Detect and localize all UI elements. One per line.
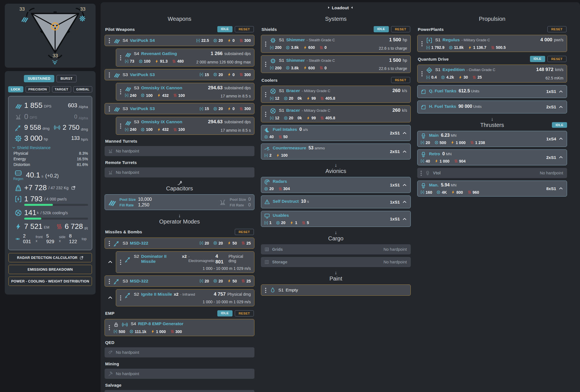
component-bracer[interactable]: S1Bracer- Military Grade C260k/s12200k99… [261, 86, 411, 103]
tab-burst[interactable]: BURST [57, 75, 76, 82]
tab-lock[interactable]: LOCK [8, 86, 23, 92]
collapse-button[interactable] [105, 259, 116, 265]
hardpoint-varipuck-s3[interactable]: S3VariPuck S315200300 [105, 69, 254, 80]
drag-handle-icon[interactable] [265, 288, 266, 289]
component-regulus[interactable]: S1Regulus- Military Grade C4 000pwr/s1 7… [417, 35, 567, 52]
collapse-button[interactable] [402, 149, 407, 154]
hardpoint-varipuck-s3[interactable]: S3VariPuck S315200300 [105, 103, 254, 114]
component-ignite-ii-missile[interactable]: S2Ignite II Missilex2- Infrared4 757Phys… [116, 289, 254, 306]
idle-button[interactable]: IDLE [530, 56, 545, 62]
stat-value: 20 [218, 106, 223, 111]
collapse-button[interactable] [558, 186, 563, 191]
group-countermeasure[interactable]: Countermeasure53ammo21002xS1 [261, 143, 411, 159]
external-link-icon[interactable] [71, 186, 76, 190]
drag-handle-icon[interactable] [265, 62, 266, 63]
idle-button[interactable]: IDLE [374, 26, 389, 32]
component-dominator-ii-missile[interactable]: S2Dominator II Missilex2- Electromagneti… [116, 251, 254, 273]
hardpoint-msd-322[interactable]: S3MSD-32220205025 [105, 275, 254, 287]
drag-handle-icon[interactable] [421, 71, 423, 72]
group-h-fuel-tanks[interactable]: H. Fuel Tanks90 000Units2xS1 [417, 101, 567, 113]
weapon-capacitors[interactable]: Pool Size10,000Fill Rate1,250Pool Size0F… [105, 194, 254, 210]
group-usables[interactable]: Usables120151xS1 [261, 211, 411, 227]
collapse-button[interactable] [105, 295, 116, 300]
collapse-button[interactable] [402, 131, 407, 136]
tab-target[interactable]: TARGET [52, 86, 71, 92]
group-size-box: 2xS1 [546, 104, 563, 110]
component-revenant-gatling[interactable]: S4Revenant Gatling1 266substained dps731… [116, 49, 254, 67]
collapse-button[interactable] [558, 89, 563, 94]
reset-button[interactable]: RESET [547, 56, 567, 62]
hardpoint-varipuck-s4[interactable]: S4VariPuck S422.5200300 [105, 35, 254, 46]
bolt-icon [157, 93, 161, 97]
tab-substained[interactable]: SUBSTAINED [24, 75, 54, 82]
component-rep-8-emp-generator[interactable]: S4REP-8 EMP Generator500111.1k1 000300 [105, 319, 254, 336]
drag-handle-icon[interactable] [120, 55, 121, 56]
stat-power: 240 [125, 127, 136, 132]
reset-button[interactable]: RESET [235, 26, 254, 32]
drag-handle-icon[interactable] [109, 279, 110, 280]
group-fuel-intakes[interactable]: Fuel Intakes0u/s40502xS1 [261, 125, 411, 141]
resistance-label: Energy [13, 157, 26, 161]
gear-icon[interactable] [79, 15, 86, 22]
component-bracer[interactable]: S1Bracer- Military Grade C260k/s12200k99… [261, 105, 411, 122]
drag-handle-icon[interactable] [109, 72, 110, 74]
drag-handle-icon[interactable] [120, 295, 121, 297]
group-retro[interactable]: Retro0MN401 0009042xS1 [417, 149, 567, 165]
reset-button[interactable]: RESET [547, 26, 567, 32]
reset-button[interactable]: RESET [391, 26, 410, 32]
component-shimmer[interactable]: S1Shimmer- Stealth Grade C1 500hp2003.8k… [261, 55, 411, 73]
heat-icon [239, 38, 243, 43]
power-cooling-weight-button[interactable]: POWER - COOLING - WEIGHT DISTRIBUTION [8, 277, 92, 286]
reset-button[interactable]: RESET [235, 310, 254, 316]
resistance-value: 16.5% [77, 157, 88, 161]
group-main[interactable]: Main6.23MN205001 0001 2381xS4 [417, 131, 567, 147]
radar-detection-calculator-button[interactable]: RADAR DETECTION CALCULATOR [8, 253, 92, 262]
collapse-button[interactable] [558, 104, 563, 110]
stat-value: 160 [426, 190, 432, 195]
drag-handle-icon[interactable] [120, 89, 121, 90]
power-icon [426, 75, 430, 79]
drag-handle-icon[interactable] [421, 171, 422, 172]
chevron-up-icon [402, 149, 407, 154]
collapse-button[interactable] [402, 199, 407, 204]
drag-handle-icon[interactable] [421, 41, 423, 42]
drag-handle-icon[interactable] [120, 124, 121, 125]
em-bolt-icon [12, 223, 24, 230]
reset-button[interactable]: RESET [391, 77, 410, 83]
drag-handle-icon[interactable] [120, 260, 121, 261]
emissions-breakdown-button[interactable]: EMISSIONS BREAKDOWN [8, 265, 92, 274]
loadout-header[interactable]: Loadout [101, 2, 580, 13]
group-self-destruct[interactable]: Self Destruct10s1xS1 [261, 195, 411, 208]
idle-button[interactable]: IDLE [552, 122, 567, 128]
drag-handle-icon[interactable] [109, 241, 110, 242]
collapse-button[interactable] [558, 136, 563, 141]
shield-resistance-header[interactable]: Shield Resistance [12, 145, 89, 150]
component-shimmer[interactable]: S1Shimmer- Stealth Grade C1 500hp2003.8k… [261, 35, 411, 53]
component-name: Shimmer [286, 58, 305, 63]
stat-value: 0.4 [431, 75, 437, 79]
idle-button[interactable]: IDLE [217, 26, 233, 32]
section-quantum-drive: Quantum DriveIDLERESET [418, 56, 567, 62]
drag-handle-icon[interactable] [109, 38, 110, 39]
drag-handle-icon[interactable] [265, 42, 266, 43]
collapse-button[interactable] [402, 216, 407, 222]
drag-handle-icon[interactable] [265, 92, 266, 93]
collapse-button[interactable] [402, 183, 407, 188]
drag-handle-icon[interactable] [265, 112, 266, 113]
hardpoint-msd-322[interactable]: S3MSD-32220205025 [105, 238, 254, 249]
tab-precision[interactable]: PRECISION [26, 86, 50, 92]
component-expedition[interactable]: S1Expedition- Civilian Grade C148 972km/… [417, 65, 567, 83]
drag-handle-icon[interactable] [109, 106, 110, 108]
group-radars[interactable]: Radars203041xS1 [261, 177, 411, 193]
component-omnisky-ix-cannon[interactable]: S3Omnisky IX Cannon294.63substained dps2… [116, 83, 254, 101]
group-man[interactable]: Man.5.94MN1604K8009608xS1 [417, 181, 567, 197]
group-q-fuel-tanks[interactable]: Q. Fuel Tanks612.5Units1xS1 [417, 85, 567, 98]
component-omnisky-ix-cannon[interactable]: S3Omnisky IX Cannon294.63substained dps2… [116, 117, 254, 135]
tab-gimbal[interactable]: GIMBAL [73, 86, 92, 92]
idle-button[interactable]: IDLE [217, 310, 233, 316]
collapse-button[interactable] [558, 155, 563, 160]
paint-slot[interactable]: S1Empty [261, 284, 411, 296]
section-powerplants: PowerPlantsRESET [418, 26, 567, 32]
reset-button[interactable]: RESET [235, 229, 254, 235]
drag-handle-icon[interactable] [109, 325, 110, 326]
